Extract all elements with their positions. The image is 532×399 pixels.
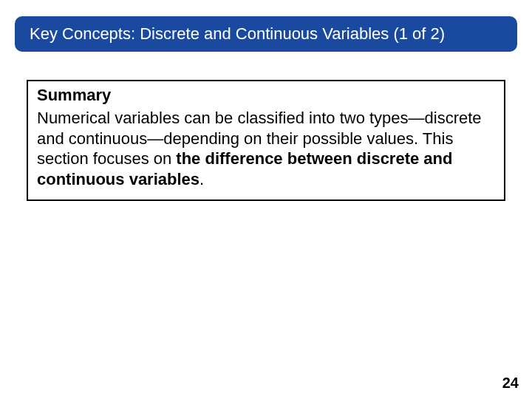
summary-heading: Summary: [37, 86, 495, 105]
slide-title-text: Key Concepts: Discrete and Continuous Va…: [30, 24, 445, 44]
summary-box: Summary Numerical variables can be class…: [27, 80, 505, 201]
summary-body-tail: .: [200, 170, 204, 188]
summary-body: Numerical variables can be classified in…: [37, 108, 495, 189]
slide-title-bar: Key Concepts: Discrete and Continuous Va…: [15, 16, 517, 52]
page-number: 24: [502, 375, 519, 392]
